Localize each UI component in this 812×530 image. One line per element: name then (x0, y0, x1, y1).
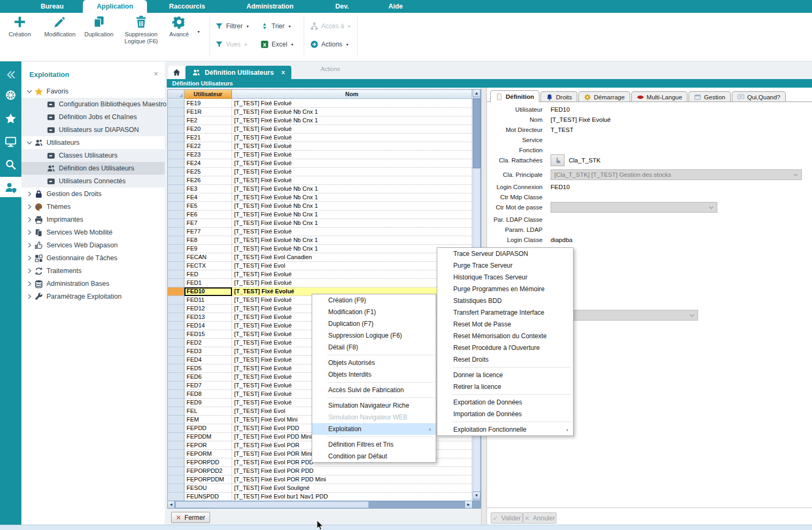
menu-item-purge-programmes-en-memoire[interactable]: Purge Programmes en Mémoire (437, 283, 573, 295)
menu-item-reset-droits[interactable]: Reset Droits (437, 354, 573, 365)
row-handle[interactable] (168, 168, 184, 176)
menu-item-reset-procedure-a-l-ouverture[interactable]: Reset Procédure à l'Ouverture (437, 342, 573, 354)
row-handle[interactable] (168, 134, 184, 142)
table-row[interactable]: FE26[T_TEST] Fixé Evolué (168, 176, 473, 185)
tab-close-icon[interactable]: × (281, 69, 285, 76)
table-row[interactable]: FE77[T_TEST] Fixé Evolué (168, 228, 473, 236)
detail-tab-qui-quand[interactable]: Qui,Quand? (732, 91, 786, 102)
sidebar-item-configuration-bibliotheques-maestro[interactable]: Configuration Bibliothèques Maestro (21, 98, 165, 111)
grid-corner-cell[interactable] (168, 90, 184, 99)
menu-item-definition-filtres-et-tris[interactable]: Définition Filtres et Tris (312, 439, 436, 450)
table-row[interactable]: FE24[T_TEST] Fixé Evolué (168, 159, 473, 168)
table-row[interactable]: FE20[T_TEST] Fixé Evolué (168, 125, 473, 134)
menu-item-purge-trace-serveur[interactable]: Purge Trace Serveur (437, 260, 573, 271)
table-row[interactable]: FECAN[T_TEST] Fixé Evol Canadien (168, 253, 473, 262)
row-handle[interactable] (168, 219, 184, 228)
menu-item-detail-f8[interactable]: Détail (F8) (312, 341, 436, 353)
menu-item-creation-f9[interactable]: Création (F9) (312, 294, 436, 306)
row-handle[interactable] (168, 373, 184, 381)
menu-item-objets-interdits[interactable]: Objets Interdits (312, 369, 436, 380)
menu-item-modification-f1[interactable]: Modification (F1) (312, 306, 436, 318)
row-handle[interactable] (168, 399, 184, 407)
table-row[interactable]: FE19[T_TEST] Fixé Evolué (168, 99, 473, 108)
menu-item-donner-la-licence[interactable]: Donner la licence (437, 369, 573, 381)
chevron-right-icon[interactable] (26, 204, 33, 210)
row-handle[interactable] (168, 202, 184, 211)
row-handle[interactable] (168, 142, 184, 151)
suppression-logique-f6-button[interactable]: Suppression Logique (F6) (119, 15, 164, 45)
row-handle[interactable] (168, 116, 184, 125)
menu-item-condition-par-defaut[interactable]: Condition par Défaut (312, 450, 436, 462)
row-handle[interactable] (168, 493, 184, 501)
menu-item-statistiques-bdd[interactable]: Statistiques BDD (437, 295, 573, 307)
tab-definition-utilisateurs[interactable]: Définition Utilisateurs× (185, 66, 291, 79)
menu-item-duplication-f7[interactable]: Duplication (F7) (312, 318, 436, 330)
table-row[interactable]: FE4[T_TEST] Fixé Evolué Nb Cnx 1 (168, 193, 473, 202)
menu-item-importation-de-donnees[interactable]: Importation de Données (437, 408, 573, 420)
row-handle[interactable] (168, 296, 184, 305)
scroll-up-button[interactable]: ▲ (473, 89, 481, 97)
table-row[interactable]: FEUNSPDD[T_TEST] Fixé Evol bur1 Nav1 PDD (168, 493, 473, 501)
actions-button[interactable]: Actions▼ (310, 38, 349, 50)
table-row[interactable]: FEPORPDD2[T_TEST] Fixé Evol POR PDD (168, 467, 473, 476)
table-row[interactable]: FED[T_TEST] Fixé Evolué (168, 270, 473, 279)
sidebar-item-favoris[interactable]: Favoris (21, 85, 165, 98)
table-row[interactable]: FE1R[T_TEST] Fixé Evolué Nb Cnx 1 (168, 108, 473, 116)
row-handle[interactable] (168, 330, 184, 339)
menu-item-trace-serveur-diapason[interactable]: Trace Serveur DIAPASON (437, 248, 573, 260)
row-handle[interactable] (168, 228, 184, 236)
row-handle[interactable] (168, 176, 184, 185)
row-handle[interactable] (168, 193, 184, 202)
menu-item-reset-memorisation-du-contexte[interactable]: Reset Mémorisation du Contexte (437, 330, 573, 342)
row-handle[interactable] (168, 407, 184, 416)
trier-button[interactable]: Trier▼ (260, 20, 291, 32)
menu-application[interactable]: Application (83, 0, 147, 13)
row-handle[interactable] (168, 356, 184, 364)
menu-item-reset-mot-de-passe[interactable]: Reset Mot de Passe (437, 318, 573, 330)
detail-tab-multi-langue[interactable]: Multi-Langue (631, 91, 687, 102)
table-row[interactable]: FE6[T_TEST] Fixé Evolué Nb Cnx 1 (168, 211, 473, 219)
sidebar-item-services-web-mobilite[interactable]: Services Web Mobilité (21, 226, 165, 239)
detail-tab-definition[interactable]: Définition (490, 90, 539, 102)
detail-tab-droits[interactable]: Droits (540, 91, 577, 102)
menu-item-objets-autorises[interactable]: Objets Autorisés (312, 357, 436, 369)
chevron-down-icon[interactable]: ▼ (246, 25, 250, 28)
scroll-down-button[interactable]: ▼ (473, 492, 481, 500)
row-handle[interactable] (168, 450, 184, 458)
desktop-icon[interactable] (5, 136, 17, 147)
sidebar-item-traitements[interactable]: Traitements (21, 264, 165, 277)
collapse-icon[interactable] (5, 69, 17, 81)
menu-item-exportation-de-donnees[interactable]: Exportation de Données (437, 396, 573, 408)
sidebar-item-administration-bases[interactable]: Administration Bases (21, 277, 165, 290)
row-handle[interactable] (168, 476, 184, 484)
column-header-utilisateur[interactable]: Utilisateur (184, 90, 232, 99)
menu-bureau[interactable]: Bureau (21, 0, 83, 13)
menu-item-acces-suivi-de-fabrication[interactable]: Accès Suivi de Fabrication (312, 384, 436, 396)
menu-item-exploitation[interactable]: Exploitation› (312, 423, 436, 435)
vertical-scrollbar-thumb[interactable] (473, 98, 481, 168)
table-row[interactable]: FECTX[T_TEST] Fixé Evol (168, 262, 473, 270)
chevron-right-icon[interactable] (26, 242, 33, 248)
detail-tab-demarrage[interactable]: Démarrage (578, 91, 630, 102)
sidebar-item-gestion-des-droits[interactable]: Gestion des Droits (21, 188, 165, 200)
scroll-right-button[interactable]: ► (465, 501, 473, 509)
field-dropdown-cla-principale[interactable]: [Cla_T_STK] [T_TEST] Gestion des stocks (551, 169, 802, 180)
row-handle[interactable] (168, 125, 184, 134)
field-dropdown-ctr-mot-de-passe[interactable] (551, 202, 717, 213)
sidebar-item-themes[interactable]: Thèmes (21, 200, 165, 213)
scroll-left-button[interactable]: ◄ (167, 501, 175, 509)
menu-item-suppression-logique-f6[interactable]: Suppression Logique (F6) (312, 330, 436, 341)
chevron-down-icon[interactable]: ▼ (288, 25, 291, 28)
excel-button[interactable]: xExcel▼ (260, 38, 294, 50)
row-handle[interactable] (168, 441, 184, 450)
menu-item-transfert-parametrage-interface[interactable]: Transfert Parametrage Interface (437, 307, 573, 318)
sidebar-item-imprimantes[interactable]: Imprimantes (21, 213, 165, 226)
row-handle[interactable] (168, 416, 184, 424)
chevron-down-icon[interactable]: ▼ (197, 30, 200, 34)
chevron-right-icon[interactable] (26, 268, 33, 274)
avance-button[interactable]: Avancé (166, 15, 192, 38)
row-handle[interactable] (168, 253, 184, 262)
row-handle[interactable] (168, 262, 184, 270)
table-row[interactable]: FE3[T_TEST] Fixé Evolué Nb Cnx 1 (168, 185, 473, 193)
chevron-right-icon[interactable] (26, 255, 33, 261)
